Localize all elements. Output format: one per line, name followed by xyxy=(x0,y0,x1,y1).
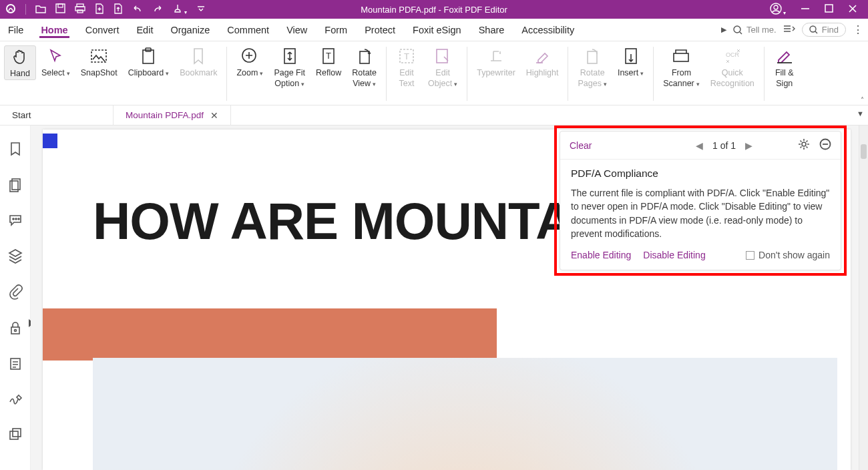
view-options-icon[interactable] xyxy=(783,24,795,35)
from-scanner-button[interactable]: From Scanner xyxy=(658,45,705,89)
insert-button[interactable]: Insert xyxy=(612,45,649,79)
bookmarks-panel-icon[interactable] xyxy=(9,142,22,159)
svg-text:T: T xyxy=(326,51,331,61)
svg-point-28 xyxy=(13,218,14,220)
open-icon[interactable] xyxy=(35,4,46,15)
tell-me-search[interactable]: Tell me. xyxy=(733,25,777,35)
redo-icon[interactable] xyxy=(152,4,163,15)
orange-block xyxy=(43,308,497,361)
vertical-scrollbar[interactable] xyxy=(859,126,868,470)
panel-clear-button[interactable]: Clear xyxy=(570,140,592,151)
svg-rect-12 xyxy=(143,50,154,63)
svg-rect-35 xyxy=(13,429,21,437)
app-logo-icon xyxy=(5,3,16,16)
pages-panel-icon[interactable] xyxy=(9,178,22,195)
menu-file[interactable]: File xyxy=(7,22,25,38)
window-controls: ▾ xyxy=(770,3,868,17)
tab-document[interactable]: Mountain PDFA.pdf ✕ xyxy=(114,105,231,125)
qat-more-icon[interactable] xyxy=(196,5,206,14)
menu-organize[interactable]: Organize xyxy=(169,22,211,38)
scrollbar-thumb[interactable] xyxy=(861,144,867,159)
svg-rect-31 xyxy=(11,327,19,334)
attachments-panel-icon[interactable] xyxy=(9,284,22,302)
tab-start[interactable]: Start xyxy=(0,105,114,125)
page-fit-button[interactable]: Page Fit Option xyxy=(268,45,310,89)
touch-mode-icon[interactable]: ▾ xyxy=(172,3,187,16)
menu-edit[interactable]: Edit xyxy=(135,22,154,38)
rotate-view-button[interactable]: Rotate View xyxy=(347,45,382,89)
panel-next-icon[interactable]: ▶ xyxy=(745,140,752,151)
comments-panel-icon[interactable] xyxy=(8,214,23,230)
panel-prev-icon[interactable]: ◀ xyxy=(696,140,703,151)
undo-icon[interactable] xyxy=(132,4,143,15)
reflow-button[interactable]: TReflow xyxy=(310,45,347,79)
export-doc-icon[interactable] xyxy=(114,3,123,16)
layers-panel-icon[interactable] xyxy=(8,248,23,266)
menu-overflow-icon[interactable]: ▶ xyxy=(721,25,726,34)
find-search[interactable]: Find xyxy=(802,23,846,37)
enable-editing-button[interactable]: Enable Editing xyxy=(571,250,631,260)
dont-show-again-checkbox[interactable]: Don't show again xyxy=(746,250,830,260)
user-account-icon[interactable]: ▾ xyxy=(770,3,786,17)
svg-rect-22 xyxy=(588,51,597,63)
new-doc-icon[interactable] xyxy=(95,3,104,16)
panel-minimize-icon[interactable] xyxy=(819,138,831,152)
document-tabstrip: Start Mountain PDFA.pdf ✕ ▼ xyxy=(0,105,868,126)
disable-editing-button[interactable]: Disable Editing xyxy=(643,250,705,260)
svg-rect-34 xyxy=(10,431,18,439)
collapse-ribbon-icon[interactable]: ˄ xyxy=(861,96,864,103)
svg-point-37 xyxy=(802,142,806,146)
close-icon[interactable] xyxy=(848,4,857,15)
duplicate-panel-icon[interactable] xyxy=(9,427,22,443)
panel-settings-icon[interactable] xyxy=(798,138,810,152)
select-tool-button[interactable]: Select xyxy=(36,45,75,79)
menu-comment[interactable]: Comment xyxy=(226,22,270,38)
menu-share[interactable]: Share xyxy=(477,22,506,38)
tab-close-icon[interactable]: ✕ xyxy=(210,110,218,121)
mountain-photo xyxy=(93,358,837,470)
save-icon[interactable] xyxy=(55,3,65,15)
title-bar: ▾ Mountain PDFA.pdf - Foxit PDF Editor ▾ xyxy=(0,0,868,19)
svg-rect-2 xyxy=(58,4,63,7)
tabstrip-dropdown-icon[interactable]: ▼ xyxy=(857,109,864,118)
svg-point-32 xyxy=(14,330,16,332)
highlight-button: Highlight xyxy=(521,45,564,79)
edit-object-button: Edit Object xyxy=(423,45,463,89)
svg-rect-5 xyxy=(77,10,83,13)
signatures-panel-icon[interactable] xyxy=(8,393,23,409)
checkbox-box-icon xyxy=(746,251,754,260)
clipboard-button[interactable]: Clipboard xyxy=(123,45,175,79)
fields-panel-icon[interactable] xyxy=(9,357,22,374)
quick-access-toolbar: ▾ xyxy=(0,3,206,16)
svg-text:OCR: OCR xyxy=(726,51,740,58)
security-panel-icon[interactable] xyxy=(9,320,22,338)
svg-point-30 xyxy=(18,218,19,220)
maximize-icon[interactable] xyxy=(825,4,833,15)
svg-text:T: T xyxy=(404,51,409,61)
hand-tool-button[interactable]: Hand xyxy=(4,45,36,80)
panel-text: The current file is compliant with PDF/A… xyxy=(571,186,830,240)
print-icon[interactable] xyxy=(75,3,85,15)
tab-document-label: Mountain PDFA.pdf xyxy=(126,110,204,120)
rotate-pages-button: Rotate Pages xyxy=(572,45,612,89)
menu-accessibility[interactable]: Accessibility xyxy=(520,22,576,38)
page-corner-mark xyxy=(43,134,57,148)
minimize-icon[interactable] xyxy=(801,4,810,15)
menu-foxit-esign[interactable]: Foxit eSign xyxy=(411,22,463,38)
svg-point-10 xyxy=(810,26,816,32)
menu-form[interactable]: Form xyxy=(323,22,349,38)
ribbon: Hand Select SnapShot Clipboard Bookmark … xyxy=(0,41,868,105)
document-canvas[interactable]: HOW ARE MOUNTAINS Clear ◀ 1 of xyxy=(31,126,859,470)
fill-sign-button[interactable]: Fill & Sign xyxy=(769,45,801,89)
menu-home[interactable]: Home xyxy=(39,22,69,38)
menu-convert[interactable]: Convert xyxy=(84,22,121,38)
zoom-button[interactable]: Zoom xyxy=(231,45,268,79)
quick-recognition-button: OCRQuick Recognition xyxy=(705,45,760,89)
snapshot-button[interactable]: SnapShot xyxy=(75,45,123,79)
svg-rect-24 xyxy=(674,53,688,61)
svg-rect-8 xyxy=(825,5,833,12)
tell-me-placeholder: Tell me. xyxy=(746,25,777,35)
kebab-menu-icon[interactable]: ⋮ xyxy=(853,23,863,36)
menu-view[interactable]: View xyxy=(285,22,308,38)
menu-protect[interactable]: Protect xyxy=(363,22,397,38)
